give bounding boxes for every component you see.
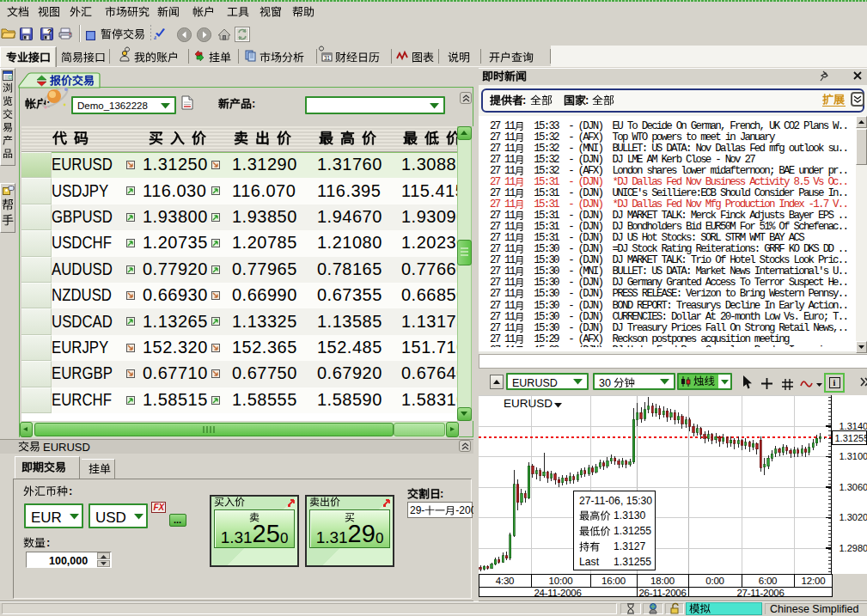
svg-text:FX: FX (154, 503, 166, 512)
svg-text:?: ? (47, 27, 52, 36)
svg-text:31: 31 (324, 55, 331, 61)
